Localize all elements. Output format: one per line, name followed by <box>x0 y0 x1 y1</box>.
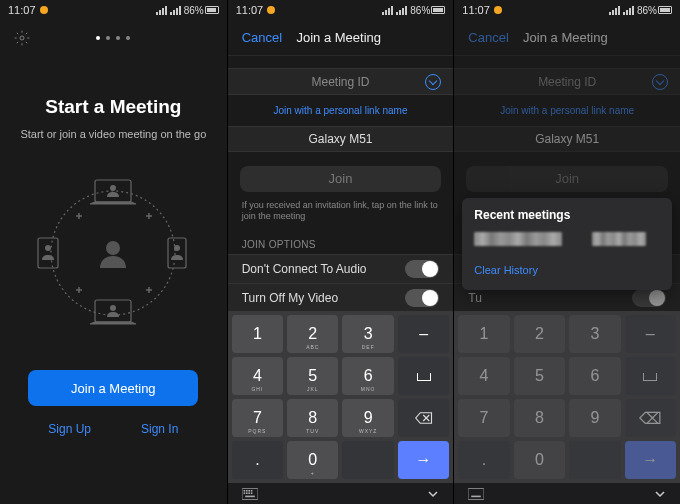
status-time: 11:07 <box>462 4 490 16</box>
join-button[interactable]: Join <box>240 166 442 191</box>
page-indicator <box>96 36 130 40</box>
gear-icon[interactable] <box>14 30 30 46</box>
wifi-icon <box>382 6 393 15</box>
video-toggle[interactable] <box>632 289 666 307</box>
key-9[interactable]: 9WXYZ <box>342 399 393 437</box>
key-1[interactable]: 1 <box>232 315 283 353</box>
svg-point-4 <box>110 185 116 191</box>
key-backspace[interactable]: ⌫ <box>625 399 676 437</box>
key-7[interactable]: 7PQRS <box>232 399 283 437</box>
signin-link[interactable]: Sign In <box>141 422 178 436</box>
svg-rect-9 <box>168 238 186 268</box>
screen-title: Join a Meeting <box>296 30 381 45</box>
keyboard-switch-icon[interactable] <box>242 488 258 500</box>
key-0[interactable]: 0+ <box>287 441 338 479</box>
key-7[interactable]: 7 <box>458 399 509 437</box>
signal-icon <box>623 6 634 15</box>
svg-rect-12 <box>243 490 245 492</box>
svg-rect-19 <box>250 492 252 494</box>
cancel-button[interactable]: Cancel <box>242 30 282 45</box>
redacted-meeting-id <box>474 232 562 246</box>
svg-rect-21 <box>468 488 484 499</box>
key-3[interactable]: 3DEF <box>342 315 393 353</box>
key-go[interactable]: → <box>398 441 449 479</box>
svg-rect-17 <box>246 492 248 494</box>
keyboard-collapse-icon[interactable] <box>427 488 439 500</box>
key-6[interactable]: 6MNO <box>342 357 393 395</box>
status-time: 11:07 <box>236 4 264 16</box>
option-audio-row[interactable]: Don't Connect To Audio <box>228 254 454 283</box>
option-video-row[interactable]: Turn Off My Video <box>228 283 454 312</box>
wifi-icon <box>156 6 167 15</box>
key-5[interactable]: 5 <box>514 357 565 395</box>
key-1[interactable]: 1 <box>458 315 509 353</box>
audio-toggle[interactable] <box>405 260 439 278</box>
page-subtitle: Start or join a video meeting on the go <box>20 128 206 140</box>
key-dash[interactable]: – <box>398 315 449 353</box>
status-bar: 11:07 86% <box>228 0 454 20</box>
key-2[interactable]: 2 <box>514 315 565 353</box>
meeting-illustration <box>28 168 198 338</box>
key-5[interactable]: 5JKL <box>287 357 338 395</box>
signup-link[interactable]: Sign Up <box>48 422 91 436</box>
key-empty <box>569 441 620 479</box>
key-4[interactable]: 4 <box>458 357 509 395</box>
svg-point-8 <box>45 245 51 251</box>
meeting-id-field[interactable]: Meeting ID <box>228 68 454 95</box>
cancel-button[interactable]: Cancel <box>468 30 508 45</box>
key-8[interactable]: 8 <box>514 399 565 437</box>
notification-dot-icon <box>40 6 48 14</box>
key-3[interactable]: 3 <box>569 315 620 353</box>
key-backspace[interactable] <box>398 399 449 437</box>
battery-indicator: 86% <box>410 5 445 16</box>
status-time: 11:07 <box>8 4 36 16</box>
chevron-down-icon[interactable] <box>652 74 668 90</box>
key-space[interactable]: ⌴ <box>398 357 449 395</box>
popup-title: Recent meetings <box>474 208 660 222</box>
chevron-down-icon[interactable] <box>425 74 441 90</box>
recent-meeting-item[interactable] <box>474 232 660 246</box>
personal-link-button[interactable]: Join with a personal link name <box>228 95 454 126</box>
wifi-icon <box>609 6 620 15</box>
display-name-field[interactable]: Galaxy M51 <box>228 126 454 152</box>
signal-icon <box>170 6 181 15</box>
key-6[interactable]: 6 <box>569 357 620 395</box>
svg-point-10 <box>174 245 180 251</box>
key-8[interactable]: 8TUV <box>287 399 338 437</box>
svg-rect-22 <box>472 495 482 497</box>
video-toggle[interactable] <box>405 289 439 307</box>
svg-rect-20 <box>245 495 255 497</box>
personal-link-button[interactable]: Join with a personal link name <box>454 95 680 126</box>
redacted-meeting-name <box>592 232 646 246</box>
keyboard-collapse-icon[interactable] <box>654 488 666 500</box>
numeric-keypad: 1 2 3 – 4 5 6 ⌴ 7 8 9 ⌫ . 0 → <box>454 311 680 483</box>
svg-rect-13 <box>246 490 248 492</box>
clear-history-button[interactable]: Clear History <box>474 264 538 276</box>
key-4[interactable]: 4GHI <box>232 357 283 395</box>
svg-rect-14 <box>248 490 250 492</box>
key-0[interactable]: 0 <box>514 441 565 479</box>
key-space[interactable]: ⌴ <box>625 357 676 395</box>
svg-rect-18 <box>248 492 250 494</box>
key-go[interactable]: → <box>625 441 676 479</box>
battery-indicator: 86% <box>637 5 672 16</box>
screen-title: Join a Meeting <box>523 30 608 45</box>
display-name-field[interactable]: Galaxy M51 <box>454 126 680 152</box>
join-button[interactable]: Join <box>466 166 668 191</box>
notification-dot-icon <box>494 6 502 14</box>
join-meeting-button[interactable]: Join a Meeting <box>28 370 198 406</box>
keyboard-switch-icon[interactable] <box>468 488 484 500</box>
svg-point-6 <box>110 305 116 311</box>
key-2[interactable]: 2ABC <box>287 315 338 353</box>
key-dash[interactable]: – <box>625 315 676 353</box>
key-period[interactable]: . <box>232 441 283 479</box>
svg-rect-7 <box>38 238 58 268</box>
status-bar: 11:07 86% <box>0 0 227 20</box>
key-9[interactable]: 9 <box>569 399 620 437</box>
svg-point-0 <box>20 36 24 40</box>
svg-rect-16 <box>243 492 245 494</box>
recent-meetings-popup: Recent meetings Clear History <box>462 198 672 290</box>
meeting-id-field[interactable]: Meeting ID <box>454 68 680 95</box>
key-period[interactable]: . <box>458 441 509 479</box>
join-options-label: JOIN OPTIONS <box>228 233 454 254</box>
